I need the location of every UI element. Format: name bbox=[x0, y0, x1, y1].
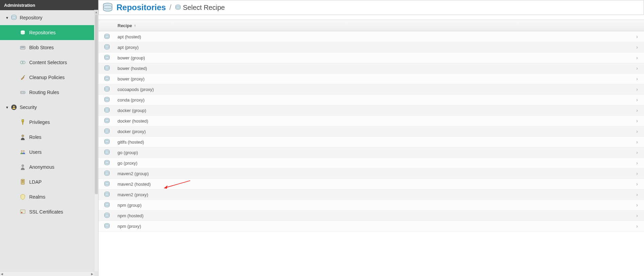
recipe-row[interactable]: bower (hosted)› bbox=[99, 63, 644, 74]
anonymous-icon bbox=[20, 164, 26, 170]
sidebar-section-label: Security bbox=[20, 105, 37, 110]
breadcrumb-current: Select Recipe bbox=[175, 4, 225, 12]
svg-point-11 bbox=[21, 92, 22, 93]
sidebar-item-users[interactable]: Users bbox=[0, 145, 98, 160]
recipe-row[interactable]: docker (hosted)› bbox=[99, 116, 644, 126]
sidebar-item-ldap[interactable]: LDAP bbox=[0, 174, 98, 189]
sidebar-scrollbar-vertical[interactable]: ▲ bbox=[94, 10, 98, 271]
database-icon bbox=[104, 170, 118, 177]
chevron-right-icon: › bbox=[636, 139, 638, 145]
recipe-row[interactable]: docker (proxy)› bbox=[99, 126, 644, 137]
database-icon bbox=[104, 149, 118, 155]
recipe-row[interactable]: gitlfs (hosted)› bbox=[99, 137, 644, 147]
sidebar-section-repository[interactable]: ▼ Repository bbox=[0, 10, 98, 25]
sidebar: Administration ▼ Repository Repositories bbox=[0, 0, 99, 276]
recipe-name: maven2 (proxy) bbox=[118, 192, 636, 197]
sidebar-item-label: LDAP bbox=[29, 179, 42, 185]
sidebar-item-roles[interactable]: Roles bbox=[0, 130, 98, 145]
recipe-row[interactable]: apt (proxy)› bbox=[99, 42, 644, 53]
recipe-row[interactable]: apt (hosted)› bbox=[99, 32, 644, 42]
chevron-right-icon: › bbox=[636, 192, 638, 197]
breadcrumb-root-link[interactable]: Repositories bbox=[117, 3, 166, 12]
svg-point-19 bbox=[22, 165, 24, 167]
breadcrumb: Repositories / Select Recipe bbox=[99, 0, 644, 15]
recipe-row[interactable]: bower (proxy)› bbox=[99, 74, 644, 84]
sidebar-section-security[interactable]: ▼ Security bbox=[0, 100, 98, 115]
security-icon bbox=[11, 104, 17, 110]
scroll-up-arrow[interactable]: ▲ bbox=[94, 10, 98, 15]
recipe-name: maven2 (group) bbox=[118, 171, 636, 176]
recipe-row[interactable]: conda (proxy)› bbox=[99, 95, 644, 105]
chevron-right-icon: › bbox=[636, 87, 638, 92]
recipe-row[interactable]: npm (group)› bbox=[99, 200, 644, 210]
database-icon bbox=[104, 202, 118, 208]
sidebar-item-privileges[interactable]: Privileges bbox=[0, 115, 98, 130]
recipe-row[interactable]: bower (group)› bbox=[99, 53, 644, 63]
database-icon bbox=[104, 160, 118, 166]
svg-rect-22 bbox=[22, 182, 24, 182]
sidebar-item-routing-rules[interactable]: Routing Rules bbox=[0, 85, 98, 100]
scroll-left-arrow[interactable]: ◀ bbox=[1, 272, 3, 276]
recipe-row[interactable]: npm (hosted)› bbox=[99, 210, 644, 221]
table-header[interactable]: Recipe ↑ bbox=[99, 20, 644, 31]
broom-icon bbox=[20, 74, 26, 80]
sidebar-item-label: Realms bbox=[29, 194, 45, 200]
blob-icon bbox=[20, 44, 26, 51]
chevron-right-icon: › bbox=[636, 44, 638, 50]
sidebar-item-ssl-certificates[interactable]: SSL Certificates bbox=[0, 204, 98, 219]
recipe-name: bower (hosted) bbox=[118, 66, 636, 71]
database-icon bbox=[104, 191, 118, 198]
svg-point-8 bbox=[22, 61, 25, 64]
sidebar-item-label: Routing Rules bbox=[29, 90, 59, 95]
recipe-name: apt (proxy) bbox=[118, 45, 636, 50]
chevron-right-icon: › bbox=[636, 181, 638, 187]
sidebar-item-label: Privileges bbox=[29, 119, 50, 125]
chevron-right-icon: › bbox=[636, 66, 638, 71]
breadcrumb-current-label: Select Recipe bbox=[183, 4, 225, 12]
sidebar-item-repositories[interactable]: Repositories bbox=[0, 25, 98, 40]
database-small-grey-icon bbox=[175, 4, 181, 11]
caret-down-icon: ▼ bbox=[5, 16, 9, 20]
sidebar-scroll[interactable]: ▼ Repository Repositories Blob Stores bbox=[0, 10, 98, 276]
caret-down-icon: ▼ bbox=[5, 106, 9, 109]
sidebar-item-label: Blob Stores bbox=[29, 45, 54, 50]
database-icon bbox=[104, 44, 118, 50]
sort-ascending-icon: ↑ bbox=[134, 23, 136, 27]
svg-rect-10 bbox=[20, 91, 25, 94]
recipe-row[interactable]: docker (group)› bbox=[99, 105, 644, 116]
selectors-icon bbox=[20, 59, 26, 66]
recipe-row[interactable]: maven2 (group)› bbox=[99, 168, 644, 179]
chevron-right-icon: › bbox=[636, 150, 638, 155]
recipe-row[interactable]: npm (proxy)› bbox=[99, 221, 644, 232]
chevron-right-icon: › bbox=[636, 160, 638, 166]
recipe-row[interactable]: go (group)› bbox=[99, 147, 644, 158]
recipe-row[interactable]: maven2 (proxy)› bbox=[99, 189, 644, 200]
sidebar-item-realms[interactable]: Realms bbox=[0, 189, 98, 204]
column-header-recipe[interactable]: Recipe bbox=[118, 23, 132, 28]
sidebar-item-cleanup-policies[interactable]: Cleanup Policies bbox=[0, 70, 98, 85]
database-icon bbox=[104, 213, 118, 219]
main-panel: Repositories / Select Recipe Recipe ↑ ap… bbox=[99, 0, 644, 276]
database-icon bbox=[104, 65, 118, 71]
sidebar-scrollbar-horizontal[interactable]: ◀ ▶ bbox=[0, 271, 94, 276]
sidebar-item-content-selectors[interactable]: Content Selectors bbox=[0, 55, 98, 70]
database-icon bbox=[104, 118, 118, 124]
svg-rect-21 bbox=[22, 180, 24, 181]
chevron-right-icon: › bbox=[636, 202, 638, 208]
scroll-right-arrow[interactable]: ▶ bbox=[91, 272, 93, 276]
recipe-row[interactable]: go (proxy)› bbox=[99, 158, 644, 168]
recipe-row[interactable]: maven2 (hosted)› bbox=[99, 179, 644, 189]
sidebar-item-blob-stores[interactable]: Blob Stores bbox=[0, 40, 98, 55]
scrollbar-thumb[interactable] bbox=[95, 15, 98, 194]
svg-point-16 bbox=[22, 135, 24, 137]
recipe-name: go (group) bbox=[118, 150, 636, 155]
chevron-right-icon: › bbox=[636, 76, 638, 81]
routing-icon bbox=[20, 89, 26, 95]
recipe-row[interactable]: cocoapods (proxy)› bbox=[99, 84, 644, 95]
sidebar-item-label: Anonymous bbox=[29, 164, 54, 170]
recipe-list[interactable]: apt (hosted)›apt (proxy)›bower (group)›b… bbox=[99, 31, 644, 276]
sidebar-item-anonymous[interactable]: Anonymous bbox=[0, 160, 98, 174]
recipe-name: bower (proxy) bbox=[118, 76, 636, 81]
recipe-name: npm (hosted) bbox=[118, 213, 636, 218]
chevron-right-icon: › bbox=[636, 108, 638, 113]
